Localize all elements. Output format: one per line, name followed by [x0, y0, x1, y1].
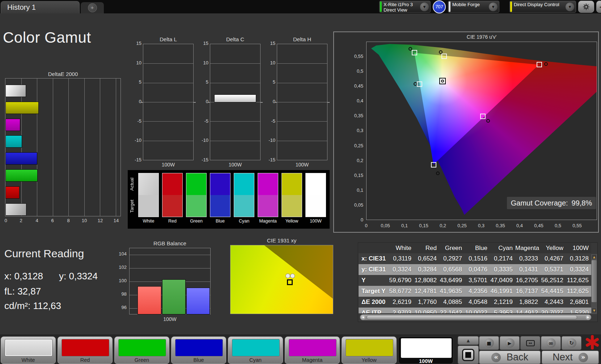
gridline — [277, 83, 327, 83]
bar-white — [5, 85, 26, 97]
measured-blue — [436, 172, 440, 175]
axis-tick: 4 — [35, 218, 38, 223]
next-chevrons-icon: » — [579, 353, 588, 362]
horizontal-scrollbar[interactable]: ◀ ▶ — [360, 314, 591, 320]
axis-tick: 0,5 — [336, 68, 363, 74]
swatch-label: Cyan — [234, 219, 254, 224]
axis-tick: -10 — [262, 137, 275, 143]
delta-c-title: Delta C — [210, 36, 261, 42]
swatch-white — [138, 173, 159, 217]
gamut-coverage-readout: Gamut Coverage: 99,8% — [507, 197, 596, 209]
bar-cyan — [5, 135, 22, 148]
column-header: 100W — [566, 243, 591, 253]
workflow-status-stripe — [449, 1, 450, 12]
gridline — [143, 141, 193, 141]
tab-history[interactable]: History 1 — [1, 1, 80, 13]
pattern-label: Yellow — [342, 357, 396, 363]
settings-button[interactable] — [578, 1, 594, 13]
pattern-button-cyan[interactable]: Cyan — [228, 337, 283, 364]
scrollbar-thumb[interactable] — [367, 315, 577, 319]
pattern-swatch — [175, 339, 223, 356]
axis-tick: 0,05 — [336, 202, 363, 208]
delta-l-chart — [143, 44, 194, 160]
meter-count-badge[interactable]: 707 — [433, 0, 446, 13]
axis-tick: 0,3 — [478, 223, 484, 228]
gridline — [37, 79, 37, 216]
scroll-left-arrow[interactable]: ◀ — [361, 315, 365, 320]
scroll-down-arrow[interactable]: ▼ — [592, 308, 597, 313]
table-row[interactable]: Target Y 58,6772 12,4781 41,9635 4,2356 … — [359, 286, 591, 297]
axis-tick: 0,05 — [381, 223, 390, 228]
axis-tick: 5 — [195, 79, 208, 85]
pattern-button-green[interactable]: Green — [114, 337, 169, 364]
pattern-label: 100W — [399, 358, 453, 364]
axis-tick: 15 — [262, 41, 275, 46]
pattern-button-yellow[interactable]: Yellow — [342, 337, 397, 364]
scroll-right-arrow[interactable]: ▶ — [586, 315, 591, 320]
collapse-panel-button[interactable]: ◀ — [596, 1, 601, 13]
meter-dropdown[interactable]: X-Rite i1Pro 3 Direct View ▼ — [379, 1, 431, 13]
display-control-dropdown[interactable]: Direct Display Control ▼ — [509, 1, 576, 13]
measured-magenta — [486, 119, 490, 123]
play-button[interactable]: ▶ — [500, 336, 520, 350]
gridline — [143, 102, 193, 102]
chevron-down-icon: ▼ — [566, 3, 574, 11]
axis-tick: -5 — [262, 118, 275, 124]
delta-c-chart — [210, 44, 261, 160]
swatch-label: Red — [162, 219, 183, 224]
row-label: y: CIE31 — [359, 264, 389, 275]
pattern-button-100w[interactable]: 100W — [398, 337, 453, 364]
add-tab-button[interactable]: + — [81, 2, 104, 13]
pattern-button-magenta[interactable]: Magenta — [285, 337, 340, 364]
back-button[interactable]: « Back — [479, 351, 541, 364]
table-row[interactable]: y: CIE31 0,3324 0,3284 0,6568 0,0476 0,3… — [359, 264, 591, 275]
reading-fl: fL: 32,87 — [4, 286, 41, 297]
back-chevrons-icon: « — [491, 353, 501, 362]
reading-y: y: 0,3324 — [59, 271, 98, 282]
pattern-label: Green — [115, 357, 169, 363]
pattern-button-blue[interactable]: Blue — [171, 337, 226, 364]
table-row[interactable]: Y 59,6790 12,8082 43,6499 3,5701 47,0409… — [359, 275, 591, 286]
pattern-button-red[interactable]: Red — [58, 337, 113, 364]
refresh-button[interactable]: ↻ — [562, 336, 581, 350]
axis-tick: 0,35 — [336, 113, 363, 118]
chevron-down-icon: ▼ — [489, 3, 498, 11]
pattern-window-button[interactable] — [458, 346, 479, 364]
table-row[interactable]: x: CIE31 0,3119 0,6524 0,2927 0,1516 0,2… — [359, 253, 591, 264]
measured-point — [285, 274, 290, 278]
stop-button[interactable]: ■ — [479, 336, 499, 350]
delta-h-category: 100W — [277, 162, 327, 168]
coverage-value: 99,8% — [572, 199, 592, 207]
pattern-button-white[interactable]: White — [1, 337, 56, 364]
target-green — [412, 50, 417, 55]
scroll-up-arrow[interactable]: ▲ — [592, 254, 597, 259]
axis-tick: -10 — [195, 137, 208, 143]
delta-h-title: Delta H — [277, 36, 327, 42]
gridline — [143, 83, 193, 83]
axis-tick: -10 — [128, 137, 141, 143]
axis-tick: 10 — [262, 60, 275, 65]
next-button[interactable]: Next » — [542, 351, 599, 364]
pattern-size-button[interactable]: ↔ — [520, 336, 540, 350]
axis-tick: 0,5 — [555, 223, 561, 228]
delta-l-category: 100W — [143, 162, 194, 168]
axis-tick: -15 — [128, 157, 141, 162]
blue-balance-bar — [186, 288, 210, 314]
swatch-label: White — [138, 219, 159, 224]
table-row[interactable]: ΔE ITP 2,9703 10,0850 22,1642 10,0022 5,… — [359, 308, 591, 313]
axis-tick: 10 — [195, 60, 208, 65]
gridline — [84, 79, 85, 216]
scrollbar-thumb[interactable] — [592, 260, 597, 302]
vertical-scrollbar[interactable]: ▲ ▼ — [591, 254, 597, 314]
stop-icon: ■ — [484, 338, 494, 348]
row-label-actual: Actual — [129, 173, 136, 195]
table-row[interactable]: ΔE 2000 2,6219 1,7760 4,0885 4,0548 2,12… — [359, 297, 591, 308]
axis-tick: 0,3 — [336, 128, 363, 133]
pattern-window-up-button[interactable]: ▲ — [458, 336, 479, 345]
workflow-dropdown[interactable]: Mobile Forge ▼ — [448, 1, 499, 13]
axis-tick: 0,15 — [336, 173, 363, 178]
axis-tick: 0,1 — [336, 187, 363, 193]
loop-button[interactable]: ∞ — [541, 336, 561, 350]
axis-tick: 15 — [128, 41, 141, 46]
swatch-cyan — [234, 173, 254, 217]
